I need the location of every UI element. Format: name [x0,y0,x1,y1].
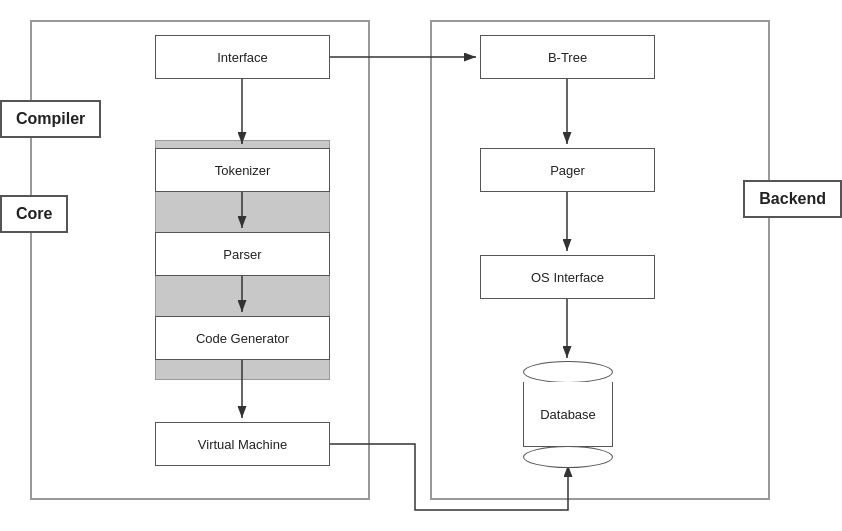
backend-text: Backend [759,190,826,207]
code-generator-box: Code Generator [155,316,330,360]
cylinder-bottom [523,446,613,468]
pager-label: Pager [550,163,585,178]
parser-box: Parser [155,232,330,276]
core-label: Core [0,195,68,233]
cylinder-body: Database [523,382,613,447]
btree-label: B-Tree [548,50,587,65]
os-interface-box: OS Interface [480,255,655,299]
database-cylinder: Database [523,360,613,469]
cylinder-top [523,361,613,383]
virtual-machine-box: Virtual Machine [155,422,330,466]
backend-label: Backend [743,180,842,218]
compiler-text: Compiler [16,110,85,127]
compiler-label-box: Compiler [0,100,101,138]
diagram-container: Compiler Core Backend Interface Tokenize… [0,0,842,531]
parser-label: Parser [223,247,261,262]
core-label-box: Core [0,195,68,233]
interface-label: Interface [217,50,268,65]
virtual-machine-label: Virtual Machine [198,437,287,452]
core-text: Core [16,205,52,222]
backend-label-box: Backend [743,180,842,218]
tokenizer-box: Tokenizer [155,148,330,192]
pager-box: Pager [480,148,655,192]
code-generator-label: Code Generator [196,331,289,346]
os-interface-label: OS Interface [531,270,604,285]
interface-box: Interface [155,35,330,79]
btree-box: B-Tree [480,35,655,79]
compiler-label: Compiler [0,100,101,138]
database-label: Database [523,407,613,422]
tokenizer-label: Tokenizer [215,163,271,178]
